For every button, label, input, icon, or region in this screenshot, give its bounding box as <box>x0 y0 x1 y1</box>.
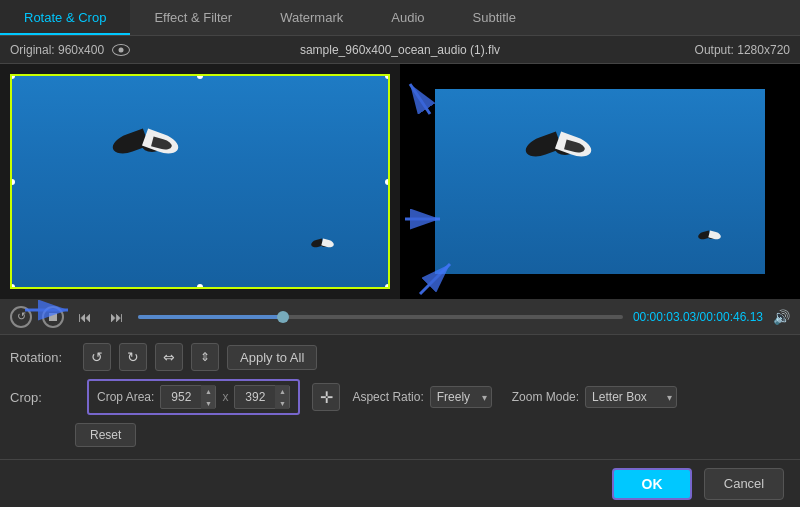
tab-subtitle[interactable]: Subtitle <box>449 0 540 35</box>
crop-height-down[interactable]: ▼ <box>275 397 289 409</box>
right-video-frame <box>435 89 765 274</box>
tab-watermark[interactable]: Watermark <box>256 0 367 35</box>
bird-main-left <box>122 126 182 166</box>
output-info: Output: 1280x720 <box>695 43 790 57</box>
aspect-ratio-select[interactable]: Freely 16:9 4:3 1:1 <box>430 386 492 408</box>
bottom-bar: OK Cancel <box>0 459 800 507</box>
zoom-mode-group: Zoom Mode: Letter Box Pan & Scan Full <box>512 386 677 408</box>
crop-width-input-group: ▲ ▼ <box>160 385 216 409</box>
info-bar: Original: 960x400 sample_960x400_ocean_a… <box>0 36 800 64</box>
original-info: Original: 960x400 <box>10 43 130 57</box>
controls-section: Rotation: ↺ ↻ ⇔ ⇕ Apply to All Crop: Cro… <box>0 335 800 455</box>
tab-audio[interactable]: Audio <box>367 0 448 35</box>
stop-icon <box>49 313 57 321</box>
progress-track[interactable] <box>138 315 623 319</box>
crop-height-input[interactable] <box>235 390 275 404</box>
volume-icon[interactable]: 🔊 <box>773 309 790 325</box>
apply-to-all-button[interactable]: Apply to All <box>227 345 317 370</box>
filename-label: sample_960x400_ocean_audio (1).flv <box>300 43 500 57</box>
aspect-ratio-select-wrapper: Freely 16:9 4:3 1:1 <box>430 386 492 408</box>
right-preview <box>400 64 800 299</box>
crop-width-down[interactable]: ▼ <box>201 397 215 409</box>
rotation-label: Rotation: <box>10 350 75 365</box>
rotation-row: Rotation: ↺ ↻ ⇔ ⇕ Apply to All <box>10 343 790 371</box>
cancel-button[interactable]: Cancel <box>704 468 784 500</box>
handle-tr[interactable] <box>385 74 390 79</box>
flip-vertical-button[interactable]: ⇕ <box>191 343 219 371</box>
zoom-mode-select-wrapper: Letter Box Pan & Scan Full <box>585 386 677 408</box>
bird-small-right <box>700 229 725 244</box>
next-button[interactable]: ⏭ <box>106 307 128 327</box>
ok-button[interactable]: OK <box>612 468 692 500</box>
crop-width-spinner: ▲ ▼ <box>201 385 215 409</box>
letterbox-bottom <box>400 274 800 299</box>
loop-button[interactable]: ↺ <box>10 306 32 328</box>
time-display: 00:00:03.03/00:00:46.13 <box>633 310 763 324</box>
playback-bar: ↺ ⏮ ⏭ 00:00:03.03/00:00:46.13 🔊 <box>0 299 800 335</box>
right-scene <box>435 89 765 274</box>
crop-area-box: Crop Area: ▲ ▼ x ▲ ▼ <box>87 379 300 415</box>
crop-height-up[interactable]: ▲ <box>275 385 289 397</box>
bird-small-left <box>313 237 338 252</box>
handle-right[interactable] <box>385 179 390 185</box>
flip-horizontal-button[interactable]: ⇔ <box>155 343 183 371</box>
aspect-ratio-label: Aspect Ratio: <box>352 390 423 404</box>
tab-rotate-crop[interactable]: Rotate & Crop <box>0 0 130 35</box>
eye-icon[interactable] <box>112 44 130 56</box>
reset-row: Reset <box>10 423 790 447</box>
left-preview-inner <box>10 74 390 289</box>
handle-bottom[interactable] <box>197 284 203 289</box>
stop-button[interactable] <box>42 306 64 328</box>
bird-main-right <box>535 129 595 169</box>
zoom-mode-label: Zoom Mode: <box>512 390 579 404</box>
original-label: Original: 960x400 <box>10 43 104 57</box>
preview-area <box>0 64 800 299</box>
crop-width-up[interactable]: ▲ <box>201 385 215 397</box>
handle-bl[interactable] <box>10 284 15 289</box>
prev-button[interactable]: ⏮ <box>74 307 96 327</box>
crop-row: Crop: Crop Area: ▲ ▼ x ▲ ▼ ✛ Aspect <box>10 379 790 415</box>
zoom-mode-select[interactable]: Letter Box Pan & Scan Full <box>585 386 677 408</box>
rotate-left-button[interactable]: ↺ <box>83 343 111 371</box>
crop-width-input[interactable] <box>161 390 201 404</box>
progress-thumb[interactable] <box>277 311 289 323</box>
tab-effect-filter[interactable]: Effect & Filter <box>130 0 256 35</box>
left-video-frame <box>12 76 388 287</box>
tab-bar: Rotate & Crop Effect & Filter Watermark … <box>0 0 800 36</box>
progress-fill <box>138 315 283 319</box>
aspect-ratio-group: Aspect Ratio: Freely 16:9 4:3 1:1 <box>352 386 491 408</box>
crop-height-spinner: ▲ ▼ <box>275 385 289 409</box>
handle-br[interactable] <box>385 284 390 289</box>
crop-label: Crop: <box>10 390 75 405</box>
x-separator: x <box>222 390 228 404</box>
move-crop-button[interactable]: ✛ <box>312 383 340 411</box>
reset-button[interactable]: Reset <box>75 423 136 447</box>
crop-height-input-group: ▲ ▼ <box>234 385 290 409</box>
left-preview <box>0 64 400 299</box>
crop-area-label: Crop Area: <box>97 390 154 404</box>
output-label: Output: 1280x720 <box>695 43 790 57</box>
rotate-right-button[interactable]: ↻ <box>119 343 147 371</box>
